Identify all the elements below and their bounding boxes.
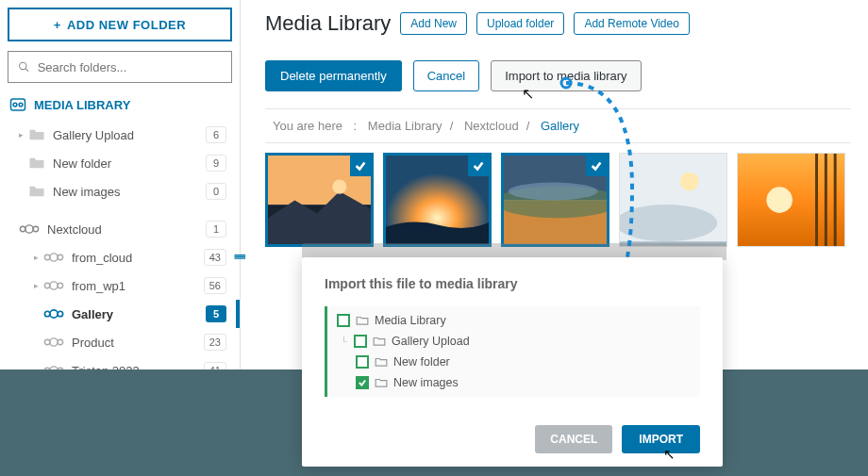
media-thumbnail[interactable] bbox=[619, 153, 727, 247]
checkbox[interactable] bbox=[356, 355, 369, 369]
folder-icon bbox=[28, 127, 45, 142]
count-badge: 0 bbox=[206, 183, 226, 200]
selected-check-icon bbox=[350, 156, 371, 176]
target-folder-row[interactable]: Media Library bbox=[337, 310, 700, 331]
library-icon bbox=[9, 96, 26, 113]
target-folder-row[interactable]: └Gallery Upload bbox=[341, 331, 700, 352]
folder-tree: ▸Gallery Upload6 New folder9 New images0… bbox=[8, 121, 232, 385]
chevron-right-icon: ▸ bbox=[19, 130, 28, 140]
library-label: MEDIA LIBRARY bbox=[34, 98, 130, 112]
add-folder-label: ADD NEW FOLDER bbox=[67, 18, 186, 32]
target-folder-tree: Media Library └Gallery Upload New folder… bbox=[325, 306, 700, 397]
selected-check-icon bbox=[468, 156, 489, 176]
svg-point-5 bbox=[20, 226, 25, 232]
svg-point-30 bbox=[509, 182, 598, 200]
nextcloud-icon bbox=[43, 250, 64, 265]
count-badge: 5 bbox=[206, 305, 226, 322]
target-folder-row[interactable]: New images bbox=[356, 372, 700, 393]
count-badge: 43 bbox=[204, 249, 226, 266]
svg-point-7 bbox=[33, 226, 39, 232]
folder-label: Media Library bbox=[375, 314, 446, 327]
count-badge: 1 bbox=[206, 221, 226, 238]
svg-line-1 bbox=[25, 69, 28, 72]
modal-import-button[interactable]: IMPORT bbox=[622, 425, 700, 453]
media-library-header[interactable]: MEDIA LIBRARY bbox=[9, 96, 230, 113]
svg-point-33 bbox=[620, 205, 717, 241]
tree-branch-icon: └ bbox=[341, 336, 348, 347]
media-thumbnail[interactable] bbox=[265, 153, 374, 247]
import-modal: Import this file to media library Media … bbox=[302, 257, 723, 467]
media-thumbnail[interactable] bbox=[383, 153, 492, 247]
media-thumbnail[interactable] bbox=[501, 153, 609, 247]
delete-permanently-button[interactable]: Delete permanently bbox=[265, 60, 402, 91]
breadcrumb-current: Gallery bbox=[541, 119, 579, 133]
folder-label: Gallery bbox=[72, 307, 206, 321]
cancel-button[interactable]: Cancel bbox=[413, 60, 479, 91]
breadcrumb-prefix: You are here bbox=[273, 119, 342, 133]
count-badge: 56 bbox=[204, 277, 226, 294]
folder-outline-icon bbox=[373, 336, 386, 347]
folder-icon bbox=[28, 184, 45, 199]
breadcrumb-item[interactable]: Media Library bbox=[368, 119, 442, 133]
svg-point-17 bbox=[44, 339, 50, 345]
nc-folder-item[interactable]: ▸from_cloud43 bbox=[23, 243, 232, 271]
add-remote-video-button[interactable]: Add Remote Video bbox=[574, 12, 690, 35]
svg-point-12 bbox=[50, 282, 58, 289]
folder-item[interactable]: New images0 bbox=[8, 177, 232, 205]
folder-label: New folder bbox=[393, 355, 450, 369]
chevron-right-icon: ▸ bbox=[34, 281, 43, 290]
nc-folder-item[interactable]: ▸from_wp156 bbox=[23, 271, 232, 300]
svg-point-9 bbox=[50, 254, 58, 261]
nextcloud-icon bbox=[19, 222, 40, 237]
folder-outline-icon bbox=[375, 377, 388, 388]
selected-check-icon bbox=[586, 156, 607, 176]
svg-point-10 bbox=[58, 254, 63, 260]
folder-label: Gallery Upload bbox=[53, 128, 206, 142]
svg-point-35 bbox=[766, 187, 793, 213]
checkbox-checked[interactable] bbox=[356, 376, 369, 389]
nextcloud-icon bbox=[43, 335, 64, 350]
cursor-icon: ↖ bbox=[663, 446, 676, 463]
count-badge: 23 bbox=[204, 334, 226, 351]
svg-point-4 bbox=[19, 103, 23, 107]
count-badge: 6 bbox=[206, 126, 226, 143]
modal-cancel-button[interactable]: CANCEL bbox=[535, 425, 612, 453]
media-thumbnail[interactable] bbox=[737, 153, 845, 247]
checkbox[interactable] bbox=[337, 314, 350, 327]
nextcloud-icon bbox=[43, 278, 64, 293]
folder-icon bbox=[28, 156, 45, 171]
plus-icon: + bbox=[54, 18, 61, 32]
count-badge: 9 bbox=[206, 155, 226, 172]
svg-point-32 bbox=[680, 172, 699, 191]
svg-point-11 bbox=[44, 283, 50, 288]
page-title: Media Library bbox=[265, 11, 391, 36]
search-input[interactable] bbox=[38, 60, 222, 74]
selection-indicator bbox=[236, 300, 240, 328]
add-folder-button[interactable]: + ADD NEW FOLDER bbox=[8, 8, 232, 41]
folder-label: from_cloud bbox=[72, 251, 204, 265]
thumbnail-grid bbox=[265, 153, 851, 247]
checkbox[interactable] bbox=[354, 335, 367, 348]
chevron-right-icon: ▸ bbox=[34, 253, 43, 262]
nc-folder-item[interactable]: Product23 bbox=[23, 328, 232, 356]
folder-label: Gallery Upload bbox=[392, 335, 470, 348]
import-to-library-button[interactable]: Import to media library bbox=[491, 60, 641, 91]
nc-folder-item-selected[interactable]: Gallery5 bbox=[23, 300, 232, 328]
folder-label: New folder bbox=[53, 156, 206, 171]
upload-folder-button[interactable]: Upload folder bbox=[476, 12, 564, 35]
add-new-button[interactable]: Add New bbox=[400, 12, 467, 35]
nextcloud-root[interactable]: Nextcloud1 bbox=[8, 215, 232, 243]
svg-point-19 bbox=[58, 339, 63, 345]
folder-label: Product bbox=[72, 336, 204, 350]
modal-title: Import this file to media library bbox=[325, 276, 700, 291]
folder-item[interactable]: New folder9 bbox=[8, 149, 232, 177]
thumbnail-image bbox=[738, 154, 844, 246]
svg-point-3 bbox=[13, 103, 17, 107]
svg-point-0 bbox=[20, 62, 26, 69]
breadcrumb-item[interactable]: Nextcloud bbox=[464, 119, 519, 133]
search-icon bbox=[18, 60, 30, 74]
target-folder-row[interactable]: New folder bbox=[356, 352, 700, 372]
svg-point-13 bbox=[58, 283, 63, 288]
cursor-icon: ↖ bbox=[522, 85, 534, 103]
folder-item[interactable]: ▸Gallery Upload6 bbox=[8, 121, 232, 149]
